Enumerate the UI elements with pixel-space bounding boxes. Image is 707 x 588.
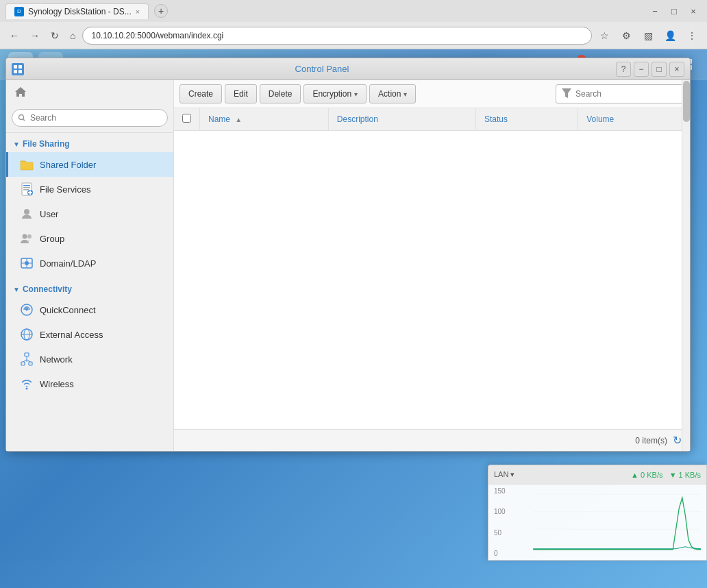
status-bar: 0 item(s) ↻: [174, 429, 690, 451]
window-maximize-button[interactable]: □: [666, 3, 682, 19]
encryption-button[interactable]: Encryption ▾: [303, 84, 367, 103]
svg-point-41: [27, 234, 32, 238]
download-speed: ▼ 1 KB/s: [669, 471, 701, 479]
window-minimize-button[interactable]: −: [647, 3, 663, 19]
section-header-file-sharing[interactable]: ▼ File Sharing: [6, 136, 173, 152]
sidebar-item-label-file-services: File Services: [40, 184, 90, 195]
sidebar-item-label-user: User: [40, 209, 58, 219]
address-bar[interactable]: [82, 27, 592, 45]
sidebar-item-user[interactable]: User: [6, 201, 173, 226]
window-scrollbar[interactable]: [682, 80, 690, 451]
sidebar-item-label-group: Group: [40, 234, 64, 244]
sidebar-item-group[interactable]: Group: [6, 226, 173, 251]
title-bar-left: D Synology DiskStation - DS... × +: [5, 3, 168, 19]
col-name[interactable]: Name ▲: [200, 108, 329, 131]
lan-label: LAN ▾: [494, 470, 514, 479]
sidebar-item-label-quickconnect: QuickConnect: [40, 305, 96, 315]
sidebar-item-file-services[interactable]: File Services: [6, 177, 173, 201]
cp-maximize-button[interactable]: □: [652, 62, 667, 77]
cp-minimize-button[interactable]: −: [634, 62, 649, 77]
browser-tab[interactable]: D Synology DiskStation - DS... ×: [5, 3, 149, 19]
sidebar-item-network[interactable]: Network: [6, 347, 173, 371]
y-label-100: 100: [494, 508, 506, 515]
sidebar-item-shared-folder[interactable]: Shared Folder: [6, 152, 173, 177]
edit-button[interactable]: Edit: [225, 84, 257, 103]
browser-chrome: D Synology DiskStation - DS... × + − □ ×…: [0, 0, 707, 49]
menu-icon[interactable]: ⋮: [682, 26, 702, 45]
main-content: Create Edit Delete Encryption ▾ Action ▾: [174, 80, 690, 451]
cp-help-button[interactable]: ?: [616, 62, 631, 77]
new-tab-button[interactable]: +: [154, 4, 168, 18]
section-label-file-sharing: File Sharing: [23, 139, 70, 149]
home-icon: [13, 84, 28, 99]
svg-rect-31: [18, 70, 22, 73]
sidebar-item-wireless[interactable]: Wireless: [6, 371, 173, 396]
group-icon: [19, 231, 34, 246]
section-header-connectivity[interactable]: ▼ Connectivity: [6, 281, 173, 297]
action-dropdown-arrow: ▾: [404, 90, 407, 98]
scrollbar-thumb[interactable]: [683, 81, 690, 122]
svg-rect-54: [21, 362, 25, 365]
sidebar-item-external-access[interactable]: External Access: [6, 322, 173, 347]
select-all-checkbox[interactable]: [182, 114, 191, 123]
svg-rect-33: [23, 185, 30, 186]
delete-button[interactable]: Delete: [260, 84, 301, 103]
toolbar: Create Edit Delete Encryption ▾ Action ▾: [174, 80, 690, 108]
col-description[interactable]: Description: [328, 108, 475, 131]
toolbar-search-input[interactable]: [575, 89, 678, 99]
bookmark-icon[interactable]: ☆: [595, 26, 614, 45]
control-panel-window: Control Panel ? − □ ×: [5, 58, 691, 452]
cp-close-button[interactable]: ×: [669, 62, 684, 77]
user-icon: [19, 206, 34, 221]
refresh-button[interactable]: ↻: [47, 27, 63, 44]
network-icon: [19, 352, 34, 367]
sidebar-item-label-domain-ldap: Domain/LDAP: [40, 258, 96, 269]
table-area: Name ▲ Description Status: [174, 108, 690, 429]
network-chart-svg: [494, 487, 701, 557]
window-close-button[interactable]: ×: [685, 3, 702, 19]
navigation-bar: ← → ↻ ⌂ ☆ ⚙ ▧ 👤 ⋮: [0, 22, 707, 49]
sidebar-home-button[interactable]: [6, 80, 173, 103]
sidebar-search-input[interactable]: [12, 109, 168, 127]
cp-titlebar-icon: [12, 63, 24, 75]
shared-folder-icon: [19, 157, 34, 172]
network-monitor: LAN ▾ ▲ 0 KB/s ▼ 1 KB/s 150 100 50 0: [488, 465, 707, 561]
action-button[interactable]: Action ▾: [369, 84, 416, 103]
quickconnect-icon: [19, 302, 34, 317]
sidebar-item-domain-ldap[interactable]: Domain/LDAP: [6, 251, 173, 275]
tab-favicon: D: [14, 7, 24, 16]
svg-point-40: [23, 234, 27, 239]
y-label-50: 50: [494, 529, 506, 537]
back-button[interactable]: ←: [5, 27, 23, 44]
col-checkbox[interactable]: [174, 108, 200, 131]
toolbar-search[interactable]: [556, 84, 684, 103]
sidebar-item-label-external-access: External Access: [40, 330, 103, 340]
y-label-150: 150: [494, 487, 506, 495]
sidebar-search[interactable]: [6, 103, 173, 133]
section-arrow-connectivity: ▼: [13, 286, 20, 293]
file-services-icon: [19, 182, 34, 197]
cp-title: Control Panel: [28, 64, 616, 74]
sidebar-item-quickconnect[interactable]: QuickConnect: [6, 297, 173, 322]
star-icon[interactable]: ⚙: [617, 26, 636, 45]
refresh-button[interactable]: ↻: [673, 434, 682, 447]
home-button[interactable]: ⌂: [66, 27, 79, 44]
col-status[interactable]: Status: [475, 108, 578, 131]
network-monitor-header: LAN ▾ ▲ 0 KB/s ▼ 1 KB/s: [488, 465, 706, 485]
extensions-icon[interactable]: ▧: [638, 26, 658, 45]
name-sort-arrow: ▲: [235, 116, 242, 123]
tab-close-icon[interactable]: ×: [136, 8, 140, 16]
svg-marker-60: [562, 88, 571, 98]
svg-rect-38: [28, 192, 32, 193]
svg-rect-30: [14, 70, 17, 73]
col-volume[interactable]: Volume: [578, 108, 690, 131]
section-arrow-file-sharing: ▼: [13, 140, 20, 148]
network-chart: 150 100 50 0: [488, 485, 706, 560]
create-button[interactable]: Create: [179, 84, 222, 103]
svg-line-58: [27, 360, 31, 362]
y-label-0: 0: [494, 550, 506, 557]
user-icon[interactable]: 👤: [660, 26, 680, 45]
forward-button[interactable]: →: [26, 27, 44, 44]
svg-rect-34: [23, 187, 30, 188]
sidebar-section-connectivity: ▼ Connectivity Qui: [6, 278, 173, 399]
